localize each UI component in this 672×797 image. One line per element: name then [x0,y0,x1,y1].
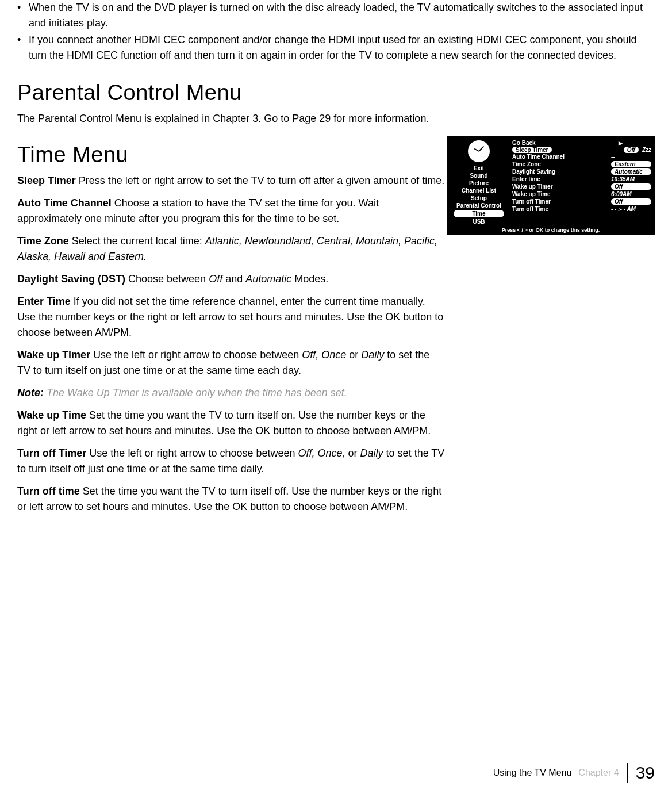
term: Wake up Timer [17,349,90,361]
value: Off, Once [302,349,346,361]
page-footer: Using the TV Menu Chapter 4 39 [493,763,655,783]
desc: Use the left or right arrow to choose be… [86,447,298,459]
value: 6:00AM [611,191,651,197]
value: Daily [360,447,383,459]
menu-row-enter-time: Enter time10:35AM [512,175,651,183]
sidebar-item-time: Time [454,210,504,217]
wake-time-item: Wake up Time Set the time you want the T… [17,408,446,439]
sidebar-item-channel-list: Channel List [450,187,508,194]
term: Daylight Saving (DST) [17,273,125,285]
sidebar-item-setup: Setup [450,194,508,202]
menu-footer-hint: Press < / > or OK to change this setting… [450,225,651,233]
term: Enter Time [17,296,71,307]
menu-row-dst: Daylight SavingAutomatic [512,168,651,175]
term: Wake up Time [17,409,86,421]
heading-parental: Parental Control Menu [17,81,655,105]
auto-time-item: Auto Time Channel Choose a station to ha… [17,196,446,227]
parental-text: The Parental Control Menu is explained i… [17,111,655,127]
label: Daylight Saving [512,168,611,175]
value: Off [611,198,651,205]
intro-bullets: When the TV is on and the DVD player is … [17,0,655,63]
tv-menu-screenshot: Exit Sound Picture Channel List Setup Pa… [447,136,655,235]
value: Eastern [611,161,651,167]
label: Wake up Time [512,191,611,197]
desc: Use the left or right arrow to choose be… [90,349,302,361]
note-wake-timer: Note: The Wake Up Timer is available onl… [17,385,446,401]
footer-title: Using the TV Menu [493,768,572,778]
desc: Press the left or right arrow to set the… [76,175,445,186]
label: Time Zone [512,161,611,167]
bullet-item: If you connect another HDMI CEC componen… [17,32,655,63]
footer-page-number: 39 [636,763,655,783]
sidebar-item-exit: Exit [450,164,508,172]
time-zone-item: Time Zone Select the current local time:… [17,233,446,265]
label: Turn off Time [512,206,611,212]
menu-row-auto-time: Auto Time Channel-- [512,153,651,160]
menu-row-wake-timer: Wake up TimerOff [512,183,651,190]
value: Daily [361,349,384,361]
term: Turn off Timer [17,447,86,459]
label: Enter time [512,176,611,182]
bullet-item: When the TV is on and the DVD player is … [17,0,655,31]
value: Off [611,183,651,190]
desc: or [346,349,361,361]
menu-row-time-zone: Time ZoneEastern [512,160,651,168]
clock-icon [468,140,490,162]
menu-content: Go Back▶ Sleep TimerOffZzz Auto Time Cha… [508,139,651,225]
sidebar-item-picture: Picture [450,179,508,187]
zzz-label: Zzz [642,147,651,153]
menu-row-turnoff-time: Turn off Time- - :- - AM [512,205,651,213]
menu-row-wake-time: Wake up Time6:00AM [512,190,651,198]
desc: Modes. [291,273,328,285]
value: -- [611,154,651,160]
dst-item: Daylight Saving (DST) Choose between Off… [17,271,446,287]
menu-row-turnoff-timer: Turn off TimerOff [512,198,651,205]
desc: If you did not set the time reference ch… [17,296,443,338]
label: Go Back [512,140,619,146]
term: Turn off time [17,485,80,497]
turnoff-time-item: Turn off time Set the time you want the … [17,484,446,515]
term: Auto Time Channel [17,197,112,209]
label: Sleep Timer [512,147,552,153]
value: - - :- - AM [611,206,651,212]
value: Off, Once [298,447,343,459]
wake-timer-item: Wake up Timer Use the left or right arro… [17,347,446,378]
desc: Choose between [125,273,209,285]
value: Automatic [245,273,291,285]
turnoff-timer-item: Turn off Timer Use the left or right arr… [17,446,446,477]
value: Off [624,147,639,153]
desc: Set the time you want the TV to turn its… [17,485,441,512]
term: Sleep Timer [17,175,76,186]
term: Time Zone [17,235,69,247]
label: Turn off Timer [512,198,611,205]
value: Off [209,273,222,285]
desc: , or [343,447,360,459]
menu-row-sleep-timer: Sleep TimerOffZzz [512,147,651,153]
footer-divider [627,763,628,783]
sidebar-item-sound: Sound [450,172,508,179]
sidebar-item-parental-control: Parental Control [450,202,508,209]
desc: and [222,273,245,285]
sleep-timer-item: Sleep Timer Press the left or right arro… [17,173,446,189]
enter-time-item: Enter Time If you did not set the time r… [17,294,446,340]
label: Wake up Timer [512,183,611,190]
chevron-right-icon: ▶ [619,140,623,146]
note-label: Note: [17,387,44,398]
footer-chapter: Chapter 4 [578,768,619,778]
sidebar-item-usb: USB [450,218,508,225]
menu-sidebar: Exit Sound Picture Channel List Setup Pa… [450,139,508,225]
desc: Select the current local time: [69,235,205,247]
note-text: The Wake Up Timer is available only when… [44,387,347,398]
value: 10:35AM [611,176,651,182]
value: Automatic [611,168,651,175]
menu-row-go-back: Go Back▶ [512,139,651,147]
label: Auto Time Channel [512,154,611,160]
